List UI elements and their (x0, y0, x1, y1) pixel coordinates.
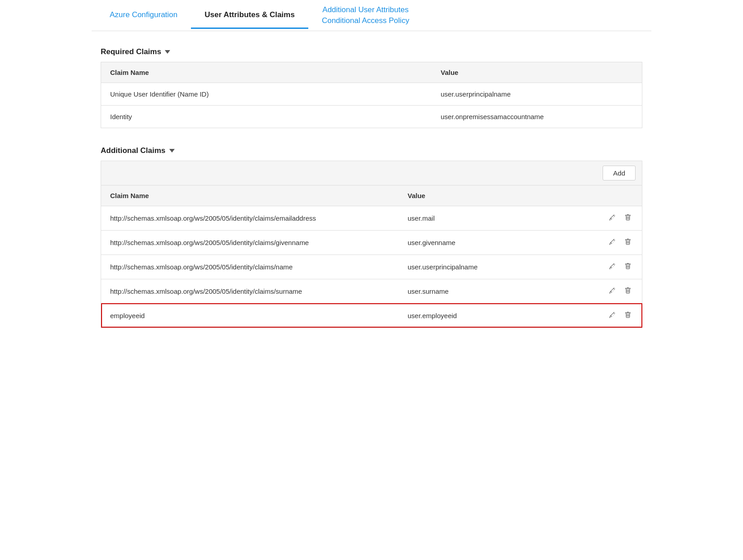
additional-claims-table: Claim Name Value http://schemas.xmlsoap.… (101, 185, 642, 328)
edit-claim-button-2[interactable] (608, 262, 618, 272)
additional-claims-col-value: Value (399, 185, 588, 206)
additional-claim-actions-4 (588, 303, 642, 328)
additional-claim-value-4: user.employeeid (399, 303, 588, 328)
additional-claims-chevron[interactable] (169, 149, 175, 153)
edit-claim-button-4[interactable] (608, 311, 618, 320)
table-row: employeeiduser.employeeid (101, 303, 642, 328)
additional-claims-title: Additional Claims (101, 146, 166, 155)
delete-claim-button-3[interactable] (623, 287, 633, 296)
edit-claim-button-1[interactable] (608, 238, 618, 247)
edit-claim-button-3[interactable] (608, 287, 618, 296)
table-row: http://schemas.xmlsoap.org/ws/2005/05/id… (101, 230, 642, 255)
required-claims-chevron[interactable] (165, 50, 170, 54)
delete-claim-button-4[interactable] (623, 311, 633, 320)
tab-azure-config[interactable]: Azure Configuration (96, 2, 191, 29)
required-claims-col-name: Claim Name (101, 62, 432, 83)
additional-claim-value-2: user.userprincipalname (399, 255, 588, 279)
additional-claim-value-1: user.givenname (399, 230, 588, 255)
additional-claims-header: Additional Claims (101, 139, 642, 161)
table-row: http://schemas.xmlsoap.org/ws/2005/05/id… (101, 279, 642, 303)
required-claims-table: Claim Name Value Unique User Identifier … (101, 62, 642, 128)
add-claim-button[interactable]: Add (603, 166, 636, 180)
additional-claims-col-name: Claim Name (101, 185, 399, 206)
add-toolbar: Add (101, 161, 642, 185)
delete-claim-button-1[interactable] (623, 238, 633, 247)
additional-claims-col-actions (588, 185, 642, 206)
tab-conditional-access[interactable]: Conditional Access Policy (322, 15, 409, 26)
required-claim-name-0: Unique User Identifier (Name ID) (101, 83, 432, 105)
delete-claim-button-2[interactable] (623, 262, 633, 272)
tab-user-attributes[interactable]: User Attributes & Claims (191, 2, 308, 29)
required-claim-value-0: user.userprincipalname (432, 83, 642, 105)
required-claim-value-1: user.onpremisessamaccountname (432, 105, 642, 128)
main-content: Required Claims Claim Name Value Unique … (92, 31, 651, 348)
additional-claim-name-1: http://schemas.xmlsoap.org/ws/2005/05/id… (101, 230, 399, 255)
additional-claim-value-3: user.surname (399, 279, 588, 303)
required-claims-title: Required Claims (101, 47, 161, 56)
additional-claim-name-2: http://schemas.xmlsoap.org/ws/2005/05/id… (101, 255, 399, 279)
additional-claim-value-0: user.mail (399, 206, 588, 230)
additional-claim-name-0: http://schemas.xmlsoap.org/ws/2005/05/id… (101, 206, 399, 230)
table-row: http://schemas.xmlsoap.org/ws/2005/05/id… (101, 255, 642, 279)
tab-additional-group[interactable]: Additional User Attributes Conditional A… (308, 0, 423, 31)
additional-claim-actions-0 (588, 206, 642, 230)
required-claim-name-1: Identity (101, 105, 432, 128)
table-row: http://schemas.xmlsoap.org/ws/2005/05/id… (101, 206, 642, 230)
delete-claim-button-0[interactable] (623, 213, 633, 223)
tab-additional-user-attributes[interactable]: Additional User Attributes (322, 5, 409, 15)
table-row: Unique User Identifier (Name ID) user.us… (101, 83, 642, 105)
required-claims-header: Required Claims (101, 40, 642, 62)
table-row: Identity user.onpremisessamaccountname (101, 105, 642, 128)
edit-claim-button-0[interactable] (608, 213, 618, 223)
additional-claim-name-3: http://schemas.xmlsoap.org/ws/2005/05/id… (101, 279, 399, 303)
additional-claim-actions-2 (588, 255, 642, 279)
required-claims-col-value: Value (432, 62, 642, 83)
top-navigation: Azure Configuration User Attributes & Cl… (92, 0, 651, 31)
additional-claim-actions-3 (588, 279, 642, 303)
additional-claim-actions-1 (588, 230, 642, 255)
additional-claim-name-4: employeeid (101, 303, 399, 328)
